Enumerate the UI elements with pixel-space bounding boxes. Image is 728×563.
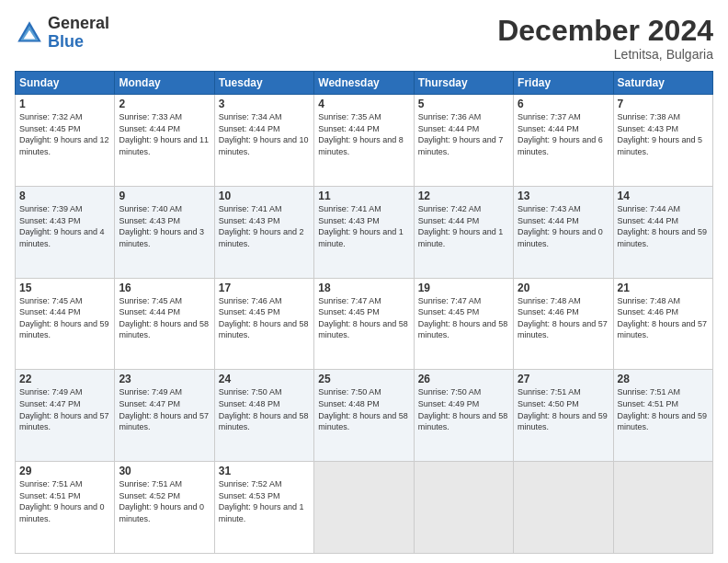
day-info: Sunrise: 7:42 AMSunset: 4:44 PMDaylight:…: [418, 203, 509, 249]
calendar-week-row: 1Sunrise: 7:32 AMSunset: 4:45 PMDaylight…: [16, 95, 713, 187]
table-row: 20Sunrise: 7:48 AMSunset: 4:46 PMDayligh…: [514, 278, 613, 370]
day-info: Sunrise: 7:35 AMSunset: 4:44 PMDaylight:…: [318, 111, 409, 157]
col-saturday: Saturday: [613, 72, 712, 95]
col-monday: Monday: [115, 72, 214, 95]
logo: General Blue: [15, 15, 109, 52]
day-number: 25: [318, 373, 409, 385]
calendar-week-row: 22Sunrise: 7:49 AMSunset: 4:47 PMDayligh…: [16, 370, 713, 462]
table-row: 26Sunrise: 7:50 AMSunset: 4:49 PMDayligh…: [414, 370, 513, 462]
day-info: Sunrise: 7:37 AMSunset: 4:44 PMDaylight:…: [518, 111, 609, 157]
day-number: 28: [618, 373, 709, 385]
title-block: December 2024 Letnitsa, Bulgaria: [497, 15, 713, 62]
day-info: Sunrise: 7:40 AMSunset: 4:43 PMDaylight:…: [119, 203, 210, 249]
day-info: Sunrise: 7:52 AMSunset: 4:53 PMDaylight:…: [219, 478, 310, 524]
table-row: 4Sunrise: 7:35 AMSunset: 4:44 PMDaylight…: [314, 95, 414, 187]
table-row: 21Sunrise: 7:48 AMSunset: 4:46 PMDayligh…: [613, 278, 712, 370]
day-info: Sunrise: 7:51 AMSunset: 4:51 PMDaylight:…: [618, 386, 709, 432]
col-thursday: Thursday: [414, 72, 513, 95]
table-row: 22Sunrise: 7:49 AMSunset: 4:47 PMDayligh…: [16, 370, 115, 462]
day-number: 18: [318, 282, 409, 294]
day-info: Sunrise: 7:38 AMSunset: 4:43 PMDaylight:…: [618, 111, 709, 157]
table-row: [613, 462, 712, 554]
day-info: Sunrise: 7:36 AMSunset: 4:44 PMDaylight:…: [418, 111, 509, 157]
day-number: 19: [418, 282, 509, 294]
day-info: Sunrise: 7:44 AMSunset: 4:44 PMDaylight:…: [618, 203, 709, 249]
day-info: Sunrise: 7:47 AMSunset: 4:45 PMDaylight:…: [418, 295, 509, 341]
table-row: 10Sunrise: 7:41 AMSunset: 4:43 PMDayligh…: [214, 186, 313, 278]
table-row: 29Sunrise: 7:51 AMSunset: 4:51 PMDayligh…: [16, 462, 115, 554]
table-row: 6Sunrise: 7:37 AMSunset: 4:44 PMDaylight…: [514, 95, 613, 187]
day-info: Sunrise: 7:41 AMSunset: 4:43 PMDaylight:…: [318, 203, 409, 249]
logo-general-text: General: [48, 14, 109, 32]
table-row: [314, 462, 414, 554]
day-info: Sunrise: 7:49 AMSunset: 4:47 PMDaylight:…: [119, 386, 210, 432]
day-info: Sunrise: 7:50 AMSunset: 4:48 PMDaylight:…: [219, 386, 310, 432]
day-number: 8: [19, 190, 110, 202]
day-number: 20: [518, 282, 609, 294]
calendar-header-row: Sunday Monday Tuesday Wednesday Thursday…: [16, 72, 713, 95]
table-row: 12Sunrise: 7:42 AMSunset: 4:44 PMDayligh…: [414, 186, 513, 278]
day-info: Sunrise: 7:47 AMSunset: 4:45 PMDaylight:…: [318, 295, 409, 341]
day-number: 12: [418, 190, 509, 202]
day-number: 26: [418, 373, 509, 385]
table-row: 16Sunrise: 7:45 AMSunset: 4:44 PMDayligh…: [115, 278, 214, 370]
day-info: Sunrise: 7:46 AMSunset: 4:45 PMDaylight:…: [219, 295, 310, 341]
day-number: 16: [119, 282, 210, 294]
day-number: 14: [618, 190, 709, 202]
day-info: Sunrise: 7:34 AMSunset: 4:44 PMDaylight:…: [219, 111, 310, 157]
col-wednesday: Wednesday: [314, 72, 414, 95]
page: General Blue December 2024 Letnitsa, Bul…: [0, 0, 728, 563]
day-number: 4: [318, 98, 409, 110]
day-info: Sunrise: 7:51 AMSunset: 4:52 PMDaylight:…: [119, 478, 210, 524]
day-number: 27: [518, 373, 609, 385]
table-row: 7Sunrise: 7:38 AMSunset: 4:43 PMDaylight…: [613, 95, 712, 187]
day-info: Sunrise: 7:48 AMSunset: 4:46 PMDaylight:…: [618, 295, 709, 341]
day-number: 21: [618, 282, 709, 294]
day-number: 13: [518, 190, 609, 202]
table-row: 24Sunrise: 7:50 AMSunset: 4:48 PMDayligh…: [214, 370, 313, 462]
calendar: Sunday Monday Tuesday Wednesday Thursday…: [15, 71, 713, 554]
day-number: 9: [119, 190, 210, 202]
table-row: 17Sunrise: 7:46 AMSunset: 4:45 PMDayligh…: [214, 278, 313, 370]
logo-blue-text: Blue: [48, 32, 84, 51]
day-number: 30: [119, 465, 210, 477]
day-info: Sunrise: 7:45 AMSunset: 4:44 PMDaylight:…: [19, 295, 110, 341]
day-info: Sunrise: 7:50 AMSunset: 4:48 PMDaylight:…: [318, 386, 409, 432]
table-row: 1Sunrise: 7:32 AMSunset: 4:45 PMDaylight…: [16, 95, 115, 187]
table-row: 9Sunrise: 7:40 AMSunset: 4:43 PMDaylight…: [115, 186, 214, 278]
day-number: 23: [119, 373, 210, 385]
table-row: 2Sunrise: 7:33 AMSunset: 4:44 PMDaylight…: [115, 95, 214, 187]
day-number: 11: [318, 190, 409, 202]
day-info: Sunrise: 7:51 AMSunset: 4:50 PMDaylight:…: [518, 386, 609, 432]
table-row: 25Sunrise: 7:50 AMSunset: 4:48 PMDayligh…: [314, 370, 414, 462]
table-row: 15Sunrise: 7:45 AMSunset: 4:44 PMDayligh…: [16, 278, 115, 370]
day-number: 2: [119, 98, 210, 110]
day-number: 22: [19, 373, 110, 385]
table-row: 18Sunrise: 7:47 AMSunset: 4:45 PMDayligh…: [314, 278, 414, 370]
table-row: 23Sunrise: 7:49 AMSunset: 4:47 PMDayligh…: [115, 370, 214, 462]
day-info: Sunrise: 7:48 AMSunset: 4:46 PMDaylight:…: [518, 295, 609, 341]
day-number: 3: [219, 98, 310, 110]
table-row: 8Sunrise: 7:39 AMSunset: 4:43 PMDaylight…: [16, 186, 115, 278]
day-info: Sunrise: 7:39 AMSunset: 4:43 PMDaylight:…: [19, 203, 110, 249]
col-tuesday: Tuesday: [214, 72, 313, 95]
day-number: 17: [219, 282, 310, 294]
day-number: 15: [19, 282, 110, 294]
day-number: 1: [19, 98, 110, 110]
table-row: 27Sunrise: 7:51 AMSunset: 4:50 PMDayligh…: [514, 370, 613, 462]
day-info: Sunrise: 7:49 AMSunset: 4:47 PMDaylight:…: [19, 386, 110, 432]
table-row: 3Sunrise: 7:34 AMSunset: 4:44 PMDaylight…: [214, 95, 313, 187]
table-row: 5Sunrise: 7:36 AMSunset: 4:44 PMDaylight…: [414, 95, 513, 187]
location: Letnitsa, Bulgaria: [497, 47, 713, 62]
logo-icon: [15, 18, 44, 48]
col-sunday: Sunday: [16, 72, 115, 95]
day-number: 5: [418, 98, 509, 110]
table-row: 30Sunrise: 7:51 AMSunset: 4:52 PMDayligh…: [115, 462, 214, 554]
day-number: 10: [219, 190, 310, 202]
table-row: 14Sunrise: 7:44 AMSunset: 4:44 PMDayligh…: [613, 186, 712, 278]
table-row: 19Sunrise: 7:47 AMSunset: 4:45 PMDayligh…: [414, 278, 513, 370]
day-number: 31: [219, 465, 310, 477]
calendar-week-row: 29Sunrise: 7:51 AMSunset: 4:51 PMDayligh…: [16, 462, 713, 554]
month-title: December 2024: [497, 15, 713, 47]
day-info: Sunrise: 7:41 AMSunset: 4:43 PMDaylight:…: [219, 203, 310, 249]
